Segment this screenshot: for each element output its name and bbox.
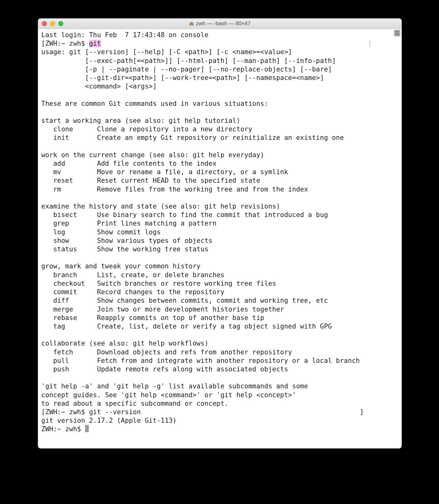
window-titlebar[interactable]: zwh — -bash — 80×47 — [38, 19, 402, 29]
window-title-text: zwh — -bash — 80×47 — [196, 20, 250, 27]
terminal-output[interactable]: Last login: Thu Feb 7 17:43:48 on consol… — [41, 31, 398, 434]
window-title: zwh — -bash — 80×47 — [38, 20, 402, 27]
home-icon — [189, 21, 194, 26]
cursor-icon — [85, 425, 89, 432]
close-icon[interactable] — [42, 21, 47, 26]
traffic-lights — [42, 21, 63, 26]
zoom-icon[interactable] — [58, 21, 63, 26]
terminal-body[interactable]: Last login: Thu Feb 7 17:43:48 on consol… — [38, 29, 402, 448]
minimize-icon[interactable] — [50, 21, 55, 26]
stage: zwh — -bash — 80×47 Last login: Thu Feb … — [0, 0, 439, 504]
terminal-window: zwh — -bash — 80×47 Last login: Thu Feb … — [38, 18, 402, 449]
